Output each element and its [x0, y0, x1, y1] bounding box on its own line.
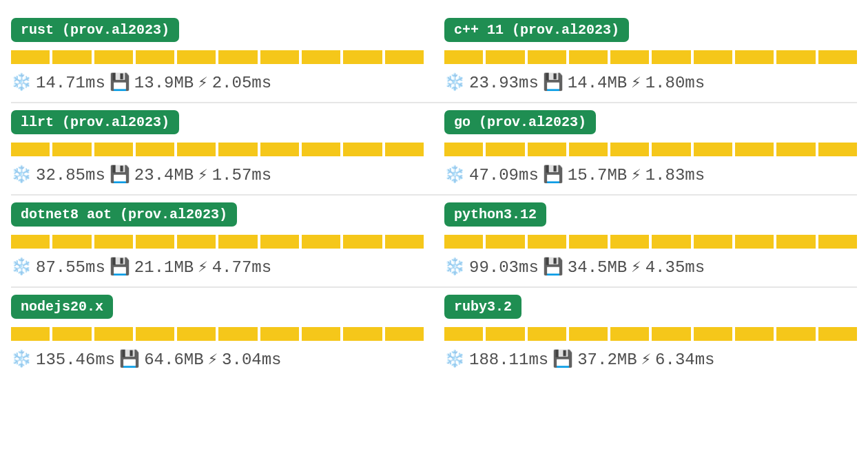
snowflake-icon: ❄️ — [11, 260, 32, 276]
cold-start-value: 135.46ms — [36, 350, 115, 369]
bar-segment — [177, 235, 216, 249]
bar-segment — [260, 50, 299, 64]
snowflake-icon: ❄️ — [444, 75, 465, 92]
floppy-disk-icon: 💾 — [543, 75, 564, 92]
bar-segment — [528, 235, 566, 249]
warm-start-value: 3.04ms — [222, 350, 281, 369]
bar-segment — [260, 143, 299, 156]
bar-segment — [818, 235, 857, 249]
bar-segment — [218, 143, 257, 156]
runtime-card: ruby3.2❄️188.11ms💾37.2MB⚡6.34ms — [444, 288, 857, 379]
bar-segment — [343, 235, 382, 249]
bar-segment — [569, 50, 608, 64]
size-value: 64.6MB — [144, 350, 203, 369]
bar-segment — [528, 50, 566, 64]
bar-segment — [94, 327, 133, 341]
metrics-row: ❄️87.55ms💾21.1MB⚡4.77ms — [11, 258, 424, 277]
runtime-badge: dotnet8 aot (prov.al2023) — [11, 202, 237, 227]
cold-start-value: 32.85ms — [36, 166, 105, 185]
warm-start-value: 4.77ms — [212, 258, 271, 277]
lightning-icon: ⚡ — [198, 260, 207, 276]
bar-segment — [11, 143, 50, 156]
runtime-card: c++ 11 (prov.al2023)❄️23.93ms💾14.4MB⚡1.8… — [444, 11, 857, 102]
bar-segment — [52, 50, 91, 64]
bar-segment — [776, 327, 815, 341]
snowflake-icon: ❄️ — [11, 75, 32, 92]
bar-segment — [177, 143, 216, 156]
bar-segment — [652, 143, 690, 156]
size-value: 21.1MB — [134, 258, 194, 277]
bar-chart — [444, 143, 857, 156]
bar-segment — [94, 235, 133, 249]
size-value: 23.4MB — [134, 166, 194, 185]
cold-start-value: 23.93ms — [469, 74, 539, 92]
bar-segment — [11, 327, 50, 341]
lightning-icon: ⚡ — [631, 167, 641, 184]
runtime-badge: c++ 11 (prov.al2023) — [444, 18, 629, 42]
bar-segment — [652, 327, 690, 341]
warm-start-value: 6.34ms — [655, 350, 714, 369]
snowflake-icon: ❄️ — [11, 352, 32, 368]
size-value: 34.5MB — [568, 258, 627, 277]
cold-start-value: 99.03ms — [469, 258, 539, 277]
bar-segment — [444, 235, 483, 249]
floppy-disk-icon: 💾 — [543, 167, 564, 184]
bar-segment — [11, 50, 50, 64]
bar-segment — [136, 235, 174, 249]
bar-segment — [735, 50, 774, 64]
floppy-disk-icon: 💾 — [552, 352, 573, 368]
bar-segment — [528, 143, 566, 156]
cold-start-value: 14.71ms — [36, 74, 105, 92]
bar-segment — [218, 235, 257, 249]
bar-segment — [52, 327, 91, 341]
lightning-icon: ⚡ — [198, 167, 207, 184]
floppy-disk-icon: 💾 — [543, 260, 564, 276]
bar-segment — [486, 143, 524, 156]
runtime-badge: python3.12 — [444, 202, 546, 227]
bar-segment — [444, 143, 483, 156]
cold-start-value: 87.55ms — [36, 258, 105, 277]
lightning-icon: ⚡ — [631, 260, 641, 276]
bar-segment — [528, 327, 566, 341]
metrics-row: ❄️135.46ms💾64.6MB⚡3.04ms — [11, 350, 424, 369]
runtime-card: python3.12❄️99.03ms💾34.5MB⚡4.35ms — [444, 196, 857, 286]
metrics-row: ❄️99.03ms💾34.5MB⚡4.35ms — [444, 258, 857, 277]
runtime-card: nodejs20.x❄️135.46ms💾64.6MB⚡3.04ms — [11, 288, 424, 379]
lightning-icon: ⚡ — [208, 352, 218, 368]
bar-segment — [302, 327, 340, 341]
runtime-badge: rust (prov.al2023) — [11, 18, 179, 42]
bar-segment — [486, 50, 524, 64]
bar-segment — [694, 235, 732, 249]
bar-segment — [52, 143, 91, 156]
bar-segment — [694, 327, 732, 341]
metrics-row: ❄️14.71ms💾13.9MB⚡2.05ms — [11, 74, 424, 92]
bar-segment — [569, 143, 608, 156]
lightning-icon: ⚡ — [198, 75, 207, 92]
bar-segment — [385, 327, 424, 341]
bar-segment — [385, 50, 424, 64]
bar-chart — [11, 143, 424, 156]
bar-segment — [735, 143, 774, 156]
bar-segment — [136, 143, 174, 156]
floppy-disk-icon: 💾 — [110, 75, 130, 92]
warm-start-value: 1.80ms — [645, 74, 705, 92]
bar-segment — [136, 327, 174, 341]
bar-segment — [385, 143, 424, 156]
bar-segment — [818, 327, 857, 341]
bar-segment — [343, 143, 382, 156]
bar-segment — [343, 327, 382, 341]
size-value: 37.2MB — [577, 350, 637, 369]
bar-segment — [610, 143, 649, 156]
warm-start-value: 2.05ms — [212, 74, 271, 92]
runtime-card: dotnet8 aot (prov.al2023)❄️87.55ms💾21.1M… — [11, 196, 424, 286]
bar-segment — [569, 235, 608, 249]
bar-segment — [302, 143, 340, 156]
runtime-card: go (prov.al2023)❄️47.09ms💾15.7MB⚡1.83ms — [444, 103, 857, 194]
bar-segment — [694, 50, 732, 64]
runtime-badge: nodejs20.x — [11, 295, 113, 319]
bar-segment — [302, 235, 340, 249]
bar-segment — [610, 235, 649, 249]
bar-segment — [776, 143, 815, 156]
bar-segment — [818, 143, 857, 156]
cold-start-value: 188.11ms — [469, 350, 548, 369]
